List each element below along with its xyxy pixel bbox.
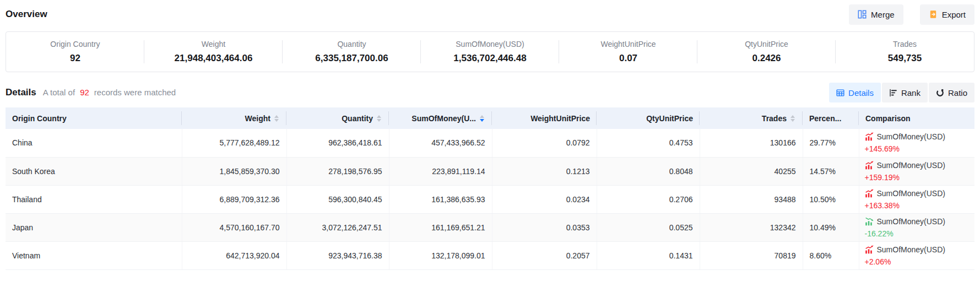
column-header-trades: Trades xyxy=(700,107,803,129)
cell-quantity: 596,300,840.45 xyxy=(286,185,389,213)
comparison-change: +145.69% xyxy=(865,143,970,154)
cell-comparison: SumOfMoney(USD) +159.19% xyxy=(859,157,974,185)
column-header-sumofmoney-u: SumOfMoney(U... xyxy=(389,107,492,129)
cell-percentage: 29.77% xyxy=(803,129,859,157)
sort-control[interactable] xyxy=(479,115,485,122)
stat-value: 21,948,403,464.06 xyxy=(144,53,283,64)
merge-button-label: Merge xyxy=(871,10,895,19)
details-bar: Details A total of 92 records were match… xyxy=(6,82,974,103)
stat-weight: Weight 21,948,403,464.06 xyxy=(144,40,283,64)
table-row[interactable]: China 5,777,628,489.12 962,386,418.61 45… xyxy=(6,129,974,157)
cell-comparison: SumOfMoney(USD) -16.22% xyxy=(859,213,974,241)
cell-weight: 642,713,920.04 xyxy=(182,241,286,269)
tab-ratio[interactable]: Ratio xyxy=(929,83,974,102)
cell-qty-unit-price: 0.1431 xyxy=(597,241,700,269)
summary-suffix: records were matched xyxy=(94,88,176,97)
export-button-label: Export xyxy=(942,10,966,19)
tab-label: Details xyxy=(848,88,874,98)
cell-comparison: SumOfMoney(USD) +163.38% xyxy=(859,185,974,213)
column-header-quantity: Quantity xyxy=(286,107,389,129)
sort-asc-icon xyxy=(791,115,795,118)
cell-origin-country: Vietnam xyxy=(6,241,182,269)
table-row[interactable]: Vietnam 642,713,920.04 923,943,716.38 13… xyxy=(6,241,974,269)
tab-rank[interactable]: Rank xyxy=(882,83,928,102)
table-icon xyxy=(836,89,844,97)
stat-sumofmoney-usd: SumOfMoney(USD) 1,536,702,446.48 xyxy=(421,40,559,64)
cell-weight-unit-price: 0.0792 xyxy=(492,129,597,157)
topbar: Overview Merge xyxy=(6,0,974,29)
stat-label: Trades xyxy=(836,40,974,48)
cell-quantity: 278,198,576.95 xyxy=(286,157,389,185)
cell-origin-country: Thailand xyxy=(6,185,182,213)
column-label: SumOfMoney(U... xyxy=(412,114,476,123)
stat-weightunitprice: WeightUnitPrice 0.07 xyxy=(559,40,697,64)
stat-label: Quantity xyxy=(283,40,421,48)
comparison-metric: SumOfMoney(USD) xyxy=(877,160,945,171)
cell-quantity: 962,386,418.61 xyxy=(286,129,389,157)
table-row[interactable]: Thailand 6,889,709,312.36 596,300,840.45… xyxy=(6,185,974,213)
tab-label: Ratio xyxy=(948,88,967,98)
column-label: Origin Country xyxy=(12,114,67,123)
trend-up-icon xyxy=(865,245,874,254)
details-title: Details xyxy=(6,87,36,98)
column-label: Trades xyxy=(762,114,787,123)
comparison-metric: SumOfMoney(USD) xyxy=(877,216,945,227)
merge-button[interactable]: Merge xyxy=(849,4,903,25)
cell-percentage: 14.57% xyxy=(803,157,859,185)
record-count: 92 xyxy=(80,88,89,97)
cell-trades: 130166 xyxy=(700,129,803,157)
column-label: WeightUnitPrice xyxy=(530,114,590,123)
table-row[interactable]: South Korea 1,845,859,370.30 278,198,576… xyxy=(6,157,974,185)
export-button[interactable]: Export xyxy=(920,4,974,25)
table-header-row: Origin Country Weight Quantity SumOfMone… xyxy=(6,107,974,129)
stat-value: 0.2426 xyxy=(697,53,836,64)
cell-origin-country: China xyxy=(6,129,182,157)
tab-details[interactable]: Details xyxy=(829,83,881,102)
merge-icon xyxy=(858,10,867,19)
records-summary: A total of 92 records were matched xyxy=(43,88,176,97)
comparison-change: +163.38% xyxy=(865,200,970,211)
cell-weight: 1,845,859,370.30 xyxy=(182,157,286,185)
ratio-icon xyxy=(936,89,944,97)
sort-control[interactable] xyxy=(376,115,382,122)
cell-origin-country: Japan xyxy=(6,213,182,241)
cell-qty-unit-price: 0.2706 xyxy=(597,185,700,213)
stat-label: WeightUnitPrice xyxy=(559,40,697,48)
stat-label: Origin Country xyxy=(6,40,144,48)
cell-weight-unit-price: 0.2057 xyxy=(492,241,597,269)
sort-control[interactable] xyxy=(273,115,280,122)
summary-prefix: A total of xyxy=(43,88,75,97)
cell-sum-of-money: 161,169,651.21 xyxy=(389,213,492,241)
cell-comparison: SumOfMoney(USD) +145.69% xyxy=(859,129,974,157)
sort-control[interactable] xyxy=(789,115,796,122)
column-label: Quantity xyxy=(342,114,373,123)
cell-sum-of-money: 161,386,635.93 xyxy=(389,185,492,213)
cell-percentage: 10.50% xyxy=(803,185,859,213)
cell-origin-country: South Korea xyxy=(6,157,182,185)
table-row[interactable]: Japan 4,570,160,167.70 3,072,126,247.51 … xyxy=(6,213,974,241)
column-header-qtyunitprice: QtyUnitPrice xyxy=(597,107,700,129)
stat-value: 92 xyxy=(6,53,144,64)
stat-label: Weight xyxy=(144,40,283,48)
stat-origin-country: Origin Country 92 xyxy=(6,40,144,64)
page-title: Overview xyxy=(6,9,47,20)
cell-comparison: SumOfMoney(USD) +2.06% xyxy=(859,241,974,269)
trend-up-icon xyxy=(865,161,874,170)
sort-desc-icon xyxy=(480,119,484,122)
column-label: QtyUnitPrice xyxy=(646,114,693,123)
sort-desc-icon xyxy=(274,119,279,122)
cell-weight: 5,777,628,489.12 xyxy=(182,129,286,157)
trend-up-icon xyxy=(865,189,874,198)
stat-qtyunitprice: QtyUnitPrice 0.2426 xyxy=(697,40,836,64)
cell-percentage: 8.60% xyxy=(803,241,859,269)
cell-weight-unit-price: 0.0353 xyxy=(492,213,597,241)
trend-up-icon xyxy=(865,132,874,141)
view-tabs: Details Rank Ratio xyxy=(829,83,974,102)
cell-quantity: 3,072,126,247.51 xyxy=(286,213,389,241)
stat-quantity: Quantity 6,335,187,700.06 xyxy=(283,40,421,64)
stat-value: 1,536,702,446.48 xyxy=(421,53,559,64)
column-label: Comparison xyxy=(865,114,911,123)
cell-sum-of-money: 132,178,099.01 xyxy=(389,241,492,269)
topbar-actions: Merge Export xyxy=(849,4,974,25)
cell-weight-unit-price: 0.0234 xyxy=(492,185,597,213)
